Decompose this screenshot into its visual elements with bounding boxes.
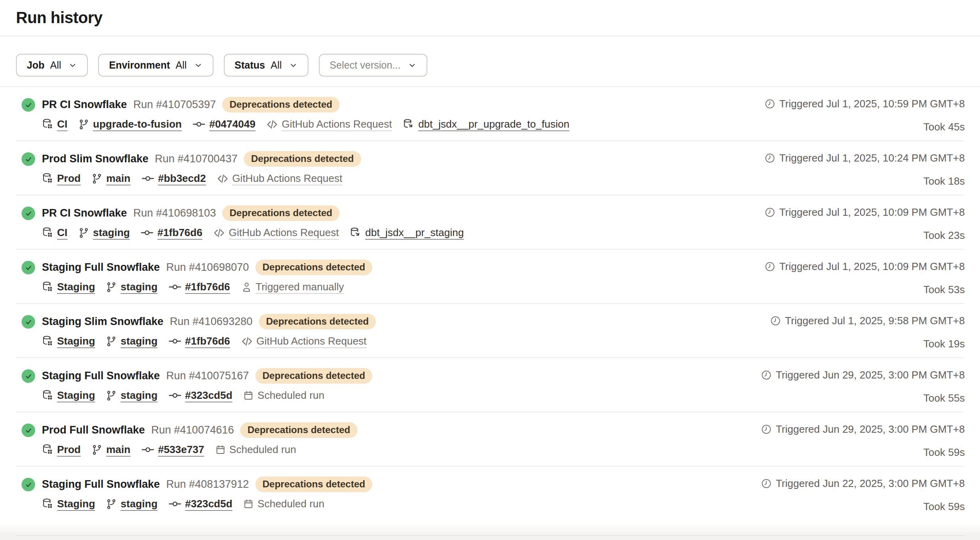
- commit-link[interactable]: #1fb76d6: [185, 281, 230, 293]
- commit-link[interactable]: #0474049: [209, 118, 255, 130]
- trigger-meta: GitHub Actions Request: [241, 335, 367, 347]
- status-filter-button[interactable]: Status All: [224, 54, 308, 77]
- git-branch-icon: [106, 282, 117, 293]
- job-name-link[interactable]: Staging Full Snowflake: [42, 261, 160, 274]
- job-name-link[interactable]: Staging Full Snowflake: [42, 370, 160, 382]
- run-row-main: Prod Slim Snowflake Run #410700437 Depre…: [42, 151, 361, 185]
- git-branch-icon: [78, 227, 89, 238]
- success-check-icon: [22, 152, 35, 166]
- schema-link[interactable]: dbt_jsdx__pr_staging: [365, 227, 464, 239]
- environment-link[interactable]: Staging: [57, 281, 95, 293]
- trigger-label[interactable]: Scheduled run: [229, 443, 296, 456]
- database-environment-icon: [42, 390, 53, 401]
- trigger-label[interactable]: GitHub Actions Request: [282, 118, 392, 130]
- branch-link[interactable]: staging: [121, 498, 157, 510]
- run-row-main: PR CI Snowflake Run #410698103 Deprecati…: [42, 205, 464, 239]
- run-number: Run #410074616: [151, 424, 234, 436]
- commit-link[interactable]: #323cd5d: [185, 389, 233, 402]
- branch-link[interactable]: staging: [121, 389, 157, 402]
- environment-link[interactable]: CI: [57, 227, 67, 239]
- triggered-timestamp: Triggered Jul 1, 2025, 10:09 PM GMT+8: [779, 206, 965, 219]
- trigger-meta: GitHub Actions Request: [266, 118, 392, 130]
- trigger-meta: Scheduled run: [215, 443, 296, 456]
- run-row[interactable]: PR CI Snowflake Run #410705397 Deprecati…: [0, 87, 980, 141]
- database-environment-icon: [42, 498, 53, 510]
- commit-link[interactable]: #533e737: [158, 443, 204, 456]
- job-name-link[interactable]: PR CI Snowflake: [42, 99, 127, 111]
- job-name-link[interactable]: Staging Slim Snowflake: [42, 315, 164, 328]
- deprecations-badge: Deprecations detected: [255, 477, 372, 492]
- run-row-main: Staging Full Snowflake Run #408137912 De…: [42, 477, 372, 510]
- run-row[interactable]: Staging Full Snowflake Run #410075167 De…: [0, 358, 980, 412]
- run-row[interactable]: Staging Slim Snowflake Run #410693280 De…: [0, 304, 980, 358]
- git-branch-icon: [91, 444, 103, 455]
- chevron-down-icon: [194, 61, 203, 70]
- database-schema-icon: [403, 118, 415, 130]
- job-name-link[interactable]: Staging Full Snowflake: [42, 478, 160, 491]
- environment-link[interactable]: Prod: [57, 443, 81, 456]
- trigger-meta: GitHub Actions Request: [217, 172, 342, 185]
- environment-link[interactable]: Staging: [57, 389, 95, 402]
- page-header: Run history: [0, 0, 980, 36]
- run-row[interactable]: Staging Full Snowflake Run #410698070 De…: [0, 250, 980, 304]
- schema-link[interactable]: dbt_jsdx__pr_upgrade_to_fusion: [418, 118, 569, 130]
- clock-icon: [765, 99, 775, 109]
- success-check-icon: [22, 315, 35, 329]
- version-select[interactable]: Select version...: [319, 54, 427, 77]
- calendar-icon: [243, 499, 254, 509]
- run-row-left: PR CI Snowflake Run #410698103 Deprecati…: [22, 205, 464, 239]
- run-row[interactable]: Prod Slim Snowflake Run #410700437 Depre…: [0, 141, 980, 195]
- branch-link[interactable]: main: [106, 172, 130, 185]
- run-row[interactable]: Staging Full Snowflake Run #408137912 De…: [0, 467, 980, 521]
- branch-link[interactable]: upgrade-to-fusion: [93, 118, 182, 130]
- trigger-label[interactable]: GitHub Actions Request: [229, 227, 339, 239]
- clock-icon: [765, 261, 775, 272]
- triggered-timestamp: Triggered Jul 1, 2025, 10:59 PM GMT+8: [779, 98, 965, 110]
- database-environment-icon: [42, 227, 53, 238]
- chevron-down-icon: [68, 61, 77, 70]
- environment-meta: Staging: [42, 389, 95, 402]
- deprecations-badge: Deprecations detected: [222, 97, 339, 112]
- job-name-link[interactable]: Prod Slim Snowflake: [42, 153, 148, 165]
- commit-icon: [168, 497, 182, 510]
- run-row-main: Staging Full Snowflake Run #410075167 De…: [42, 368, 372, 402]
- run-row-right: Triggered Jun 22, 2025, 3:00 PM GMT+8 To…: [761, 477, 965, 513]
- branch-link[interactable]: staging: [121, 281, 157, 293]
- commit-link[interactable]: #323cd5d: [185, 498, 233, 510]
- job-filter-button[interactable]: Job All: [16, 54, 88, 77]
- commit-link[interactable]: #1fb76d6: [157, 227, 202, 239]
- run-row-left: Staging Full Snowflake Run #408137912 De…: [22, 477, 372, 510]
- commit-meta: #1fb76d6: [168, 335, 230, 348]
- trigger-label[interactable]: GitHub Actions Request: [232, 172, 342, 185]
- environment-link[interactable]: Staging: [57, 498, 95, 510]
- environment-link[interactable]: CI: [57, 118, 67, 130]
- trigger-label[interactable]: Triggered manually: [256, 281, 344, 293]
- trigger-label[interactable]: GitHub Actions Request: [257, 335, 367, 347]
- commit-link[interactable]: #bb3ecd2: [158, 172, 206, 185]
- commit-icon: [168, 389, 182, 402]
- page-title: Run history: [16, 9, 103, 27]
- environment-filter-button[interactable]: Environment All: [98, 54, 213, 77]
- clock-icon: [765, 153, 775, 164]
- trigger-label[interactable]: Scheduled run: [257, 389, 324, 402]
- trigger-label[interactable]: Scheduled run: [257, 498, 324, 510]
- commit-meta: #323cd5d: [168, 497, 233, 510]
- branch-link[interactable]: staging: [93, 227, 130, 239]
- git-branch-icon: [91, 173, 103, 184]
- clock-icon: [761, 424, 772, 435]
- environment-link[interactable]: Prod: [57, 172, 81, 185]
- commit-icon: [168, 280, 182, 294]
- job-name-link[interactable]: Prod Full Snowflake: [42, 424, 145, 436]
- environment-link[interactable]: Staging: [57, 335, 95, 347]
- run-number: Run #410698070: [166, 261, 249, 274]
- run-list: PR CI Snowflake Run #410705397 Deprecati…: [0, 87, 980, 521]
- run-row-left: Staging Full Snowflake Run #410075167 De…: [22, 368, 372, 402]
- commit-link[interactable]: #1fb76d6: [185, 335, 230, 347]
- run-duration: Took 59s: [761, 501, 965, 513]
- run-row[interactable]: Prod Full Snowflake Run #410074616 Depre…: [0, 412, 980, 467]
- footer-divider: [16, 535, 964, 536]
- branch-link[interactable]: staging: [121, 335, 157, 347]
- job-name-link[interactable]: PR CI Snowflake: [42, 207, 127, 219]
- run-row[interactable]: PR CI Snowflake Run #410698103 Deprecati…: [0, 195, 980, 250]
- branch-link[interactable]: main: [106, 443, 130, 456]
